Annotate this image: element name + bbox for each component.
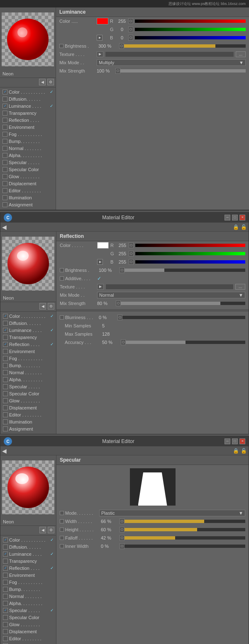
sidebar-item-checkbox[interactable] (3, 636, 8, 641)
sidebar-item[interactable]: Assignment (0, 201, 56, 208)
sidebar-item-checkbox[interactable]: ✓ (3, 566, 8, 571)
sidebar-item[interactable]: Environment (0, 123, 56, 131)
panel3-height-spinner[interactable]: ⬡ (120, 527, 124, 533)
sidebar-item[interactable]: Fog . . . . . . . . . . (0, 131, 56, 138)
sidebar-item-checkbox[interactable] (3, 363, 8, 368)
panel3-innerwidth-spinner[interactable]: ⬡ (120, 543, 124, 549)
sidebar-item-checkbox[interactable] (3, 426, 8, 431)
panel1-b-toggle[interactable]: ▶ (97, 35, 103, 41)
panel1-mixstrength-spinner[interactable]: ⬡ (115, 68, 120, 74)
panel3-innerwidth-slider[interactable] (124, 545, 245, 548)
panel2-mixstrength-slider[interactable] (121, 302, 245, 305)
sidebar-item-checkbox[interactable] (3, 594, 8, 599)
sidebar-item[interactable]: Editor . . . . . . . . (0, 411, 56, 418)
panel2-nav-btn[interactable]: ◀ (39, 303, 46, 310)
sidebar-item-checkbox[interactable] (3, 559, 8, 564)
sidebar-item-checkbox[interactable] (2, 132, 7, 137)
sidebar-item-checkbox[interactable] (2, 125, 7, 130)
sidebar-item[interactable]: Displacement (0, 180, 56, 187)
sidebar-item[interactable]: Fog . . . . . . . . . . (0, 579, 56, 586)
panel2-g-spinner[interactable]: ⬡ (129, 251, 134, 257)
panel2-blurriness-slider[interactable] (122, 316, 245, 319)
sidebar-item[interactable]: Specular Color (0, 614, 56, 621)
panel1-g-spinner[interactable]: ⬡ (128, 27, 133, 32)
sidebar-item-checkbox[interactable]: ✓ (3, 537, 8, 542)
sidebar-item[interactable]: Displacement (0, 404, 56, 411)
sidebar-item-checkbox[interactable] (2, 111, 7, 116)
panel1-color-swatch[interactable] (97, 18, 108, 24)
panel1-brightness-spinner[interactable]: ⬡ (119, 43, 124, 49)
panel3-falloff-checkbox[interactable] (60, 536, 64, 540)
panel3-minimize[interactable]: ─ (225, 438, 230, 444)
panel2-b-bar[interactable] (135, 260, 245, 264)
sidebar-item[interactable]: Glow . . . . . . . . (0, 621, 56, 628)
sidebar-item-checkbox[interactable]: ✓ (2, 104, 7, 109)
panel3-mode-dropdown[interactable]: Plastic ▼ (99, 510, 245, 516)
sidebar-item[interactable]: Alpha. . . . . . . . . (0, 152, 56, 159)
sidebar-item-checkbox[interactable]: ✓ (3, 314, 8, 319)
sidebar-item[interactable]: Bump. . . . . . . . (0, 586, 56, 593)
panel1-b-spinner[interactable]: ⬡ (128, 35, 133, 41)
sidebar-item[interactable]: Specular Color (0, 390, 56, 397)
sidebar-item[interactable]: Environment (0, 571, 56, 579)
sidebar-item-checkbox[interactable] (3, 412, 8, 417)
sidebar-item-checkbox[interactable] (2, 153, 7, 158)
sidebar-item-checkbox[interactable]: ✓ (3, 342, 8, 347)
sidebar-item-checkbox[interactable] (3, 398, 8, 403)
panel1-brightness-checkbox[interactable] (59, 44, 63, 48)
sidebar-item[interactable]: Diffusion. . . . . . (0, 543, 56, 550)
sidebar-item[interactable]: Reflection . . . . (0, 116, 56, 123)
sidebar-item[interactable]: ✓Luminance . . . .✓ (0, 102, 56, 109)
panel2-texture-play[interactable]: ▶ (97, 284, 104, 290)
panel3-width-spinner[interactable]: ⬡ (120, 518, 124, 524)
sidebar-item[interactable]: Displacement (0, 628, 56, 635)
panel2-accuracy-spinner[interactable]: ⬡ (121, 339, 126, 345)
panel2-r-spinner[interactable]: ⬡ (129, 242, 134, 248)
sidebar-item-checkbox[interactable] (2, 181, 7, 186)
panel2-close[interactable]: ✕ (239, 215, 245, 220)
panel2-b-spinner[interactable]: ⬡ (129, 259, 134, 265)
sidebar-item[interactable]: Specular . . . . . (0, 383, 56, 390)
panel2-minimize[interactable]: ─ (225, 215, 230, 220)
panel3-close[interactable]: ✕ (239, 438, 245, 444)
sidebar-item[interactable]: Specular Color (0, 166, 56, 173)
panel1-r-spinner[interactable]: ⬡ (128, 18, 133, 24)
panel1-texture-play[interactable]: ▶ (97, 51, 103, 57)
sidebar-item-checkbox[interactable] (3, 391, 8, 396)
sidebar-item-checkbox[interactable]: ✓ (3, 552, 8, 557)
panel2-mixmode-dropdown[interactable]: Normal ▼ (97, 292, 245, 298)
sidebar-item[interactable]: Transparency (0, 557, 56, 564)
panel2-g-bar[interactable] (135, 252, 245, 255)
sidebar-item[interactable]: Bump. . . . . . . . (0, 362, 56, 369)
sidebar-item-checkbox[interactable] (3, 580, 8, 585)
sidebar-item-checkbox[interactable] (2, 174, 7, 179)
sidebar-item[interactable]: ✓Luminance . . . .✓ (0, 327, 56, 334)
panel1-texture-dots[interactable]: ... (236, 51, 246, 57)
sidebar-item[interactable]: Fog . . . . . . . . . . (0, 355, 56, 362)
sidebar-item[interactable]: Glow . . . . . . . . (0, 173, 56, 180)
sidebar-item[interactable]: Illumination (0, 194, 56, 201)
sidebar-item[interactable]: Editor . . . . . . . . (0, 187, 56, 194)
sidebar-item[interactable]: Illumination (0, 642, 56, 644)
panel3-nav-btn[interactable]: ◀ (39, 527, 46, 533)
sidebar-item[interactable]: Alpha. . . . . . . . . (0, 376, 56, 383)
sidebar-item[interactable]: Diffusion. . . . . . (0, 95, 56, 102)
sidebar-item-checkbox[interactable] (3, 615, 8, 620)
sidebar-item-checkbox[interactable] (3, 370, 8, 375)
sidebar-item[interactable]: Transparency (0, 334, 56, 341)
panel2-additive-checkbox[interactable] (60, 276, 64, 281)
sidebar-item-checkbox[interactable] (2, 167, 7, 172)
panel3-height-checkbox[interactable] (60, 528, 64, 532)
panel2-arrow-left[interactable]: ◀ (2, 224, 7, 230)
panel3-arrow-left[interactable]: ◀ (2, 448, 7, 454)
sidebar-item[interactable]: Assignment (0, 425, 56, 432)
sidebar-item-checkbox[interactable] (3, 587, 8, 592)
sidebar-item-checkbox[interactable] (3, 321, 8, 326)
sidebar-item[interactable]: Normal . . . . . . . (0, 593, 56, 600)
panel2-settings-btn[interactable]: ⚙ (48, 303, 54, 310)
sidebar-item-checkbox[interactable] (2, 195, 7, 200)
sidebar-item-checkbox[interactable] (2, 139, 7, 144)
panel2-texture-dots[interactable]: ... (235, 284, 245, 290)
panel3-mode-checkbox[interactable] (60, 511, 64, 515)
panel3-settings-btn[interactable]: ⚙ (48, 527, 54, 533)
